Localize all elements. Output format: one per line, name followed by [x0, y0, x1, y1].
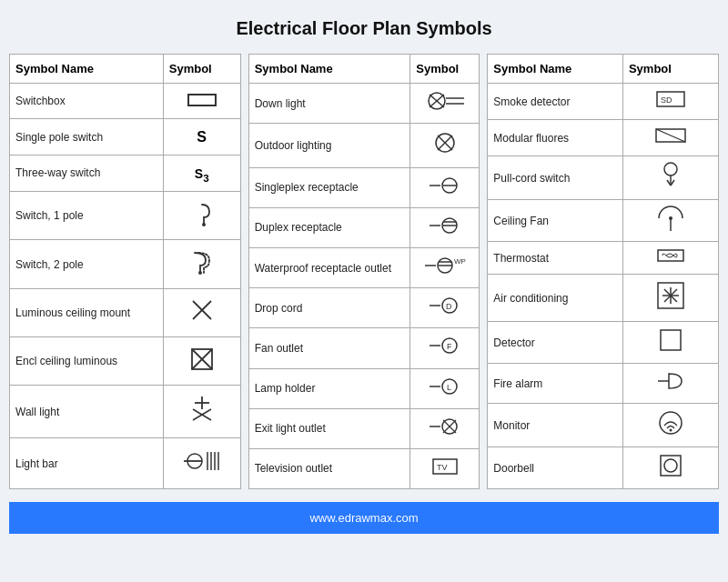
svg-text:TV: TV — [437, 463, 448, 472]
symbol-fan-outlet: F — [410, 328, 480, 368]
table-row: Duplex receptacle — [248, 207, 480, 247]
row-name: Smoke detector — [488, 84, 623, 120]
table-row: Monitor — [488, 404, 719, 447]
symbol-detector — [622, 322, 718, 364]
svg-text:WP: WP — [454, 257, 466, 266]
row-name: Encl ceiling luminous — [10, 337, 164, 386]
symbol-down-light — [410, 84, 480, 124]
table-1: Symbol Name Symbol Switchbox Single pole… — [9, 54, 241, 489]
table1-header-name: Symbol Name — [10, 55, 164, 84]
symbol-outdoor-lighting — [410, 124, 480, 168]
row-name: Switch, 2 pole — [10, 240, 164, 288]
symbol-fire-alarm — [622, 364, 718, 404]
symbol-thermostat — [622, 242, 718, 275]
row-name: Light bar — [10, 438, 164, 489]
row-name: Luminous ceiling mount — [10, 288, 164, 336]
row-name: Exit light outlet — [248, 408, 410, 448]
svg-text:F: F — [447, 342, 452, 351]
svg-point-0 — [202, 223, 206, 226]
svg-rect-68 — [661, 330, 681, 350]
symbol-duplex — [410, 207, 480, 247]
row-name: Air conditioning — [488, 275, 623, 322]
table3-header-name: Symbol Name — [488, 55, 623, 84]
svg-rect-62 — [658, 250, 683, 261]
symbol-ceiling-fan — [622, 200, 718, 242]
table-row: Drop cord D — [248, 288, 480, 328]
table-row: Smoke detector SD — [488, 84, 719, 120]
table-row: Outdoor lighting — [248, 124, 480, 168]
table-row: Waterproof receptacle outlet WP — [248, 248, 480, 288]
table-row: Pull-cord switch — [488, 156, 719, 200]
page-title: Electrical Floor Plan Symbols — [236, 18, 491, 39]
row-name: Outdoor lighting — [248, 124, 410, 168]
tables-container: Symbol Name Symbol Switchbox Single pole… — [9, 54, 719, 489]
svg-point-1 — [198, 271, 202, 275]
table2-header-name: Symbol Name — [248, 55, 410, 84]
table-row: Switchbox — [10, 84, 241, 119]
symbol-exit-light — [410, 408, 480, 448]
table-row: Three-way switch S3 — [10, 155, 241, 191]
table2-header-symbol: Symbol — [410, 55, 480, 84]
row-name: Fire alarm — [488, 364, 623, 404]
table-row: Light bar — [10, 438, 241, 489]
table-row: Single pole switch S — [10, 119, 241, 155]
svg-point-56 — [664, 163, 677, 176]
symbol-waterproof: WP — [410, 248, 480, 288]
row-name: Waterproof receptacle outlet — [248, 248, 410, 288]
svg-point-61 — [669, 216, 672, 220]
symbol-smoke-detector: SD — [622, 84, 718, 120]
table3-header-symbol: Symbol — [622, 55, 718, 84]
table-row: Switch, 2 pole — [10, 240, 241, 288]
table-row: Television outlet TV — [248, 448, 480, 488]
row-name: Television outlet — [248, 448, 410, 488]
symbol-wall-light — [163, 386, 240, 438]
symbol-switch-1pole — [163, 192, 240, 240]
table-row: Thermostat — [488, 242, 719, 275]
svg-line-55 — [656, 129, 685, 142]
table1-header-symbol: Symbol — [163, 55, 240, 84]
row-name: Singleplex receptacle — [248, 167, 410, 207]
row-name: Modular fluores — [488, 120, 623, 156]
row-name: Single pole switch — [10, 119, 164, 155]
table-row: Lamp holder L — [248, 368, 480, 408]
symbol-doorbell — [622, 447, 718, 489]
symbol-switch-2pole — [163, 240, 240, 288]
row-name: Duplex receptacle — [248, 207, 410, 247]
symbol-three-way: S3 — [163, 155, 240, 191]
symbol-lamp-holder: L — [410, 368, 480, 408]
row-name: Drop cord — [248, 288, 410, 328]
table-row: Wall light — [10, 386, 241, 438]
table-row: Switch, 1 pole — [10, 192, 241, 240]
svg-point-71 — [669, 429, 672, 432]
symbol-lum-ceiling — [163, 288, 240, 336]
row-name: Detector — [488, 322, 623, 364]
row-name: Fan outlet — [248, 328, 410, 368]
table-row: Singleplex receptacle — [248, 167, 480, 207]
svg-text:D: D — [446, 302, 452, 311]
svg-point-73 — [664, 459, 677, 472]
symbol-light-bar — [163, 438, 240, 489]
row-name: Ceiling Fan — [488, 200, 623, 242]
row-name: Switch, 1 pole — [10, 192, 164, 240]
table-row: Air conditioning — [488, 275, 719, 322]
table-row: Luminous ceiling mount — [10, 288, 241, 336]
table-row: Doorbell — [488, 447, 719, 489]
symbol-tv-outlet: TV — [410, 448, 480, 488]
row-name: Lamp holder — [248, 368, 410, 408]
table-row: Encl ceiling luminous — [10, 337, 241, 386]
symbol-monitor — [622, 404, 718, 447]
symbol-pull-cord — [622, 156, 718, 200]
table-row: Ceiling Fan — [488, 200, 719, 242]
row-name: Monitor — [488, 404, 623, 447]
symbol-modular-fluores — [622, 120, 718, 156]
table-row: Fan outlet F — [248, 328, 480, 368]
table-row: Fire alarm — [488, 364, 719, 404]
symbol-switchbox — [163, 84, 240, 119]
row-name: Thermostat — [488, 242, 623, 275]
row-name: Doorbell — [488, 447, 623, 489]
table-3: Symbol Name Symbol Smoke detector SD Mod… — [487, 54, 719, 489]
row-name: Switchbox — [10, 84, 164, 119]
row-name: Pull-cord switch — [488, 156, 623, 200]
symbol-drop-cord: D — [410, 288, 480, 328]
svg-text:L: L — [447, 383, 451, 392]
